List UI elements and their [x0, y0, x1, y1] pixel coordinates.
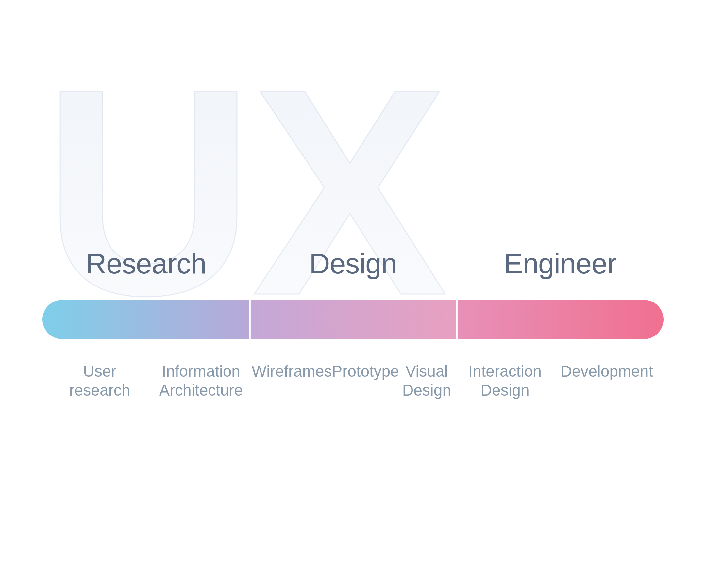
bar-design: [250, 300, 456, 339]
category-engineer: Engineer: [457, 247, 664, 280]
label-group-design: Wireframes Prototype Visual Design: [252, 362, 454, 400]
label-user-research: User research: [54, 362, 146, 400]
main-content: Research Design Engineer User research I…: [42, 247, 664, 400]
label-visual-design: Visual Design: [399, 362, 454, 400]
label-group-research: User research Information Architecture: [49, 362, 252, 400]
labels-row: User research Information Architecture W…: [42, 362, 664, 400]
label-development: Development: [560, 362, 652, 400]
label-group-engineer: Interaction Design Development: [454, 362, 657, 400]
label-prototype: Prototype: [332, 362, 399, 400]
categories-row: Research Design Engineer: [42, 247, 664, 280]
category-research-title: Research: [86, 247, 206, 280]
page-wrapper: UX Research Design Engineer Use: [0, 0, 706, 588]
label-interaction-design: Interaction Design: [459, 362, 551, 400]
divider-1: [250, 292, 251, 347]
category-engineer-title: Engineer: [504, 247, 616, 280]
label-wireframes: Wireframes: [252, 362, 332, 400]
bar-engineer: [457, 300, 664, 339]
category-research: Research: [42, 247, 249, 280]
divider-2: [457, 292, 458, 347]
label-information-architecture: Information Architecture: [155, 362, 247, 400]
bar-research: [42, 300, 249, 339]
progress-bar-container: [42, 300, 664, 339]
category-design: Design: [249, 247, 456, 280]
category-design-title: Design: [309, 247, 397, 280]
